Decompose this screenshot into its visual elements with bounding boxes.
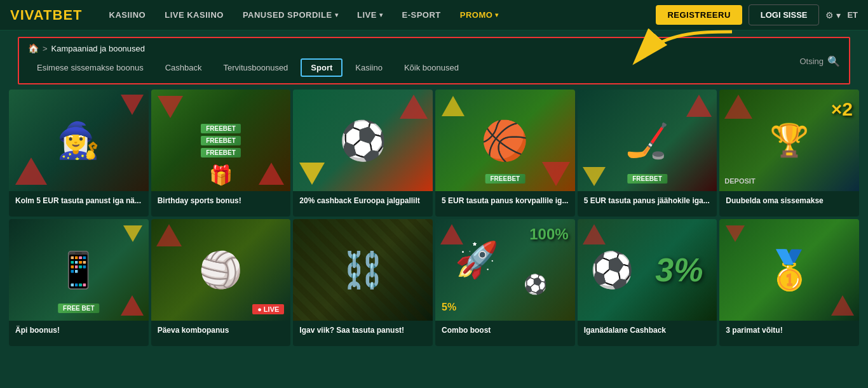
promo-card-7[interactable]: 📱 FREE BET Äpi boonus! [9,219,149,346]
promo-card-12[interactable]: 🥇 3 parimat võitu! [719,219,859,346]
promo-image-1: 🧙‍♀️ [9,90,149,191]
nav-promo[interactable]: PROMO ▾ [451,0,508,30]
promo-image-4: 🏀 FREEBET [435,90,575,191]
filter-tabs: Esimese sissemakse boonus Cashback Tervi… [28,58,840,77]
promo-image-12: 🥇 [719,219,859,321]
promo-title-12: 3 parimat võitu! [719,321,859,346]
filter-bar: 🏠 > Kampaaniad ja boonused Esimese sisse… [18,37,850,84]
logo[interactable]: VIVATBET [10,7,83,23]
register-button[interactable]: REGISTREERU [656,5,742,25]
tab-sport[interactable]: Sport [301,58,342,77]
nav-panused-arrow: ▾ [335,11,339,18]
promo-card-9[interactable]: ⛓️ Igav viik? Saa tasuta panust! [293,219,433,346]
promo-card-4[interactable]: 🏀 FREEBET 5 EUR tasuta panus korvpallile… [435,90,575,217]
search-area: Otsing 🔍 [799,55,840,67]
breadcrumb: 🏠 > Kampaaniad ja boonused [28,43,840,53]
promo-title-3: 20% cashback Euroopa jalgpallilt [293,191,433,217]
language-selector[interactable]: ET [847,10,858,20]
promo-title-5: 5 EUR tasuta panus jäähokile iga... [578,191,717,217]
settings-icon[interactable]: ⚙ ▾ [825,10,841,20]
promo-card-11[interactable]: ⚽ 3% Iganädalane Cashback [578,219,717,346]
home-icon[interactable]: 🏠 [28,43,39,53]
promo-image-3: ⚽ [293,90,433,191]
nav-live-kasiino[interactable]: LIVE KASIINO [156,0,233,30]
promo-title-11: Iganädalane Cashback [578,321,717,346]
promo-card-2[interactable]: FREEBET FREEBET FREEBET 🎁 Birthday sport… [151,90,291,217]
promo-image-2: FREEBET FREEBET FREEBET 🎁 [151,90,291,191]
promotions-grid: 🧙‍♀️ Kolm 5 EUR tasuta panust iga nä... … [0,90,868,355]
tab-kasiino[interactable]: Kasiino [346,60,391,76]
promo-card-3[interactable]: ⚽ 20% cashback Euroopa jalgpallilt [293,90,433,217]
promo-image-5: 🏒 FREEBET [578,90,717,191]
promo-image-6: 🏆 ×2 DEPOSIT [719,90,859,191]
promo-image-9: ⛓️ [293,219,433,321]
tab-esimese-sissemakse[interactable]: Esimese sissemakse boonus [28,60,153,76]
promo-card-8[interactable]: 🏐 ● LIVE Päeva kombopanus [151,219,291,346]
search-icon[interactable]: 🔍 [827,55,840,67]
promo-title-9: Igav viik? Saa tasuta panust! [293,321,433,346]
logo-bet: BET [53,7,83,23]
promo-title-6: Duubelda oma sissemakse [719,191,859,217]
promo-title-8: Päeva kombopanus [151,321,291,346]
promo-image-11: ⚽ 3% [578,219,717,321]
main-nav: KASIINO LIVE KASIINO PANUSED SPORDILE ▾ … [100,0,656,30]
promo-card-6[interactable]: 🏆 ×2 DEPOSIT Duubelda oma sissemakse [719,90,859,217]
nav-panused[interactable]: PANUSED SPORDILE ▾ [234,0,347,30]
tab-tervitusboonused[interactable]: Tervitusboonused [214,60,297,76]
promo-image-10: 🚀 ⚽ 100% 5% [435,219,575,321]
breadcrumb-current: Kampaaniad ja boonused [51,44,145,53]
promo-title-4: 5 EUR tasuta panus korvpallile ig... [435,191,575,217]
promo-card-5[interactable]: 🏒 FREEBET 5 EUR tasuta panus jäähokile i… [578,90,717,217]
promo-title-1: Kolm 5 EUR tasuta panust iga nä... [9,191,149,217]
tab-cashback[interactable]: Cashback [156,60,211,76]
nav-promo-arrow: ▾ [495,11,499,18]
promo-title-7: Äpi boonus! [9,321,149,346]
login-button[interactable]: LOGI SISSE [749,4,820,25]
nav-esport[interactable]: E-SPORT [393,0,449,30]
breadcrumb-separator: > [43,44,48,53]
search-label: Otsing [799,56,824,65]
nav-kasiino[interactable]: KASIINO [100,0,155,30]
header: VIVATBET KASIINO LIVE KASIINO PANUSED SP… [0,0,868,30]
tab-koik-boonused[interactable]: Kõik boonused [395,60,468,76]
promo-card-1[interactable]: 🧙‍♀️ Kolm 5 EUR tasuta panust iga nä... [9,90,149,217]
header-right: REGISTREERU LOGI SISSE ⚙ ▾ ET [656,4,858,25]
promo-image-7: 📱 FREE BET [9,219,149,321]
logo-vivat: VIVAT [10,7,53,23]
promo-title-2: Birthday sports bonus! [151,191,291,217]
promo-image-8: 🏐 ● LIVE [151,219,291,321]
promo-title-10: Combo boost [435,321,575,346]
nav-live[interactable]: LIVE ▾ [348,0,391,30]
nav-live-arrow: ▾ [379,11,383,18]
promo-card-10[interactable]: 🚀 ⚽ 100% 5% Combo boost [435,219,575,346]
